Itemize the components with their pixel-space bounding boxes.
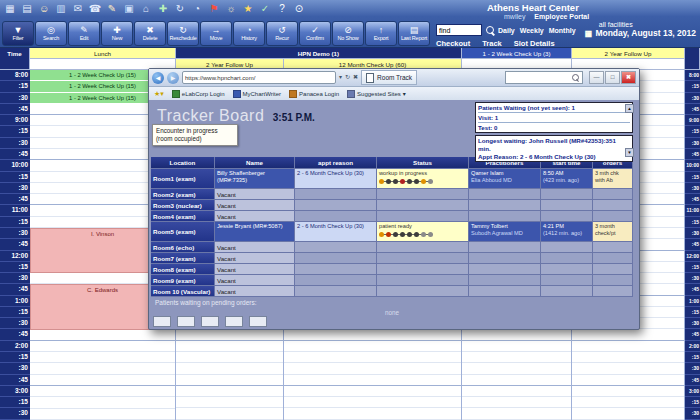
browser-search-box[interactable] bbox=[505, 71, 583, 84]
vacant-cell[interactable]: Vacant bbox=[215, 253, 295, 264]
view-monthly[interactable]: Monthly bbox=[549, 27, 576, 34]
bottom-tile[interactable] bbox=[225, 316, 243, 327]
schedule-cell[interactable] bbox=[284, 329, 461, 340]
schedule-cell[interactable] bbox=[284, 397, 461, 408]
room-cell[interactable]: Room2 (exam) bbox=[151, 189, 215, 200]
phone-icon[interactable]: ☎ bbox=[88, 2, 102, 16]
column-header-1-2wk-checkup[interactable]: 1 - 2 Week Check Up (3) bbox=[462, 48, 572, 59]
schedule-icon[interactable]: ▤ bbox=[20, 2, 34, 16]
practitioners-cell[interactable]: Tammy TolbertSubodh Agrawal MD bbox=[469, 222, 541, 242]
schedule-cell[interactable] bbox=[176, 397, 283, 408]
patient-name-cell[interactable]: Billy Shaffenberger (MR#:7335) bbox=[215, 169, 295, 189]
link-track[interactable]: Track bbox=[482, 39, 502, 48]
schedule-cell[interactable] bbox=[176, 341, 283, 352]
stop-icon[interactable]: ✖ bbox=[353, 72, 358, 83]
appt-reason-cell[interactable]: 2 - 6 Month Check Up (30) bbox=[295, 222, 377, 242]
schedule-cell[interactable] bbox=[462, 386, 571, 397]
vacant-cell[interactable]: Vacant bbox=[215, 275, 295, 286]
vacant-cell[interactable]: Vacant bbox=[215, 286, 295, 297]
patient-icon[interactable]: ☺ bbox=[37, 2, 51, 16]
status-cell[interactable]: workup in progress bbox=[377, 169, 469, 189]
favorites-star-icon[interactable]: ★▾ bbox=[154, 90, 164, 98]
room-cell[interactable]: Room6 (echo) bbox=[151, 242, 215, 253]
schedule-cell[interactable] bbox=[284, 408, 461, 419]
schedule-cell[interactable] bbox=[176, 408, 283, 419]
schedule-cell[interactable] bbox=[284, 386, 461, 397]
settings-icon[interactable]: ☼ bbox=[224, 2, 238, 16]
vacant-cell[interactable]: Vacant bbox=[215, 189, 295, 200]
scroll-down-icon[interactable]: ▼ bbox=[625, 148, 634, 157]
schedule-cell[interactable] bbox=[572, 363, 684, 374]
appt-reason-cell[interactable]: 2 - 6 Month Check Up (30) bbox=[295, 169, 377, 189]
favorite-panacea-login[interactable]: Panacea Login bbox=[289, 90, 339, 98]
last-report-button[interactable]: ▤Last Report bbox=[398, 21, 430, 46]
favorite-elabcorp-login[interactable]: eLabCorp Login bbox=[172, 90, 225, 98]
schedule-cell[interactable] bbox=[462, 408, 571, 419]
schedule-cell[interactable] bbox=[30, 341, 175, 352]
mail-icon[interactable]: ✉ bbox=[71, 2, 85, 16]
username-link[interactable]: mwiley bbox=[504, 13, 525, 20]
clock-icon[interactable]: ◔ bbox=[190, 2, 204, 16]
schedule-cell[interactable] bbox=[176, 352, 283, 363]
favorites-icon[interactable]: ★ bbox=[241, 2, 255, 16]
schedule-cell[interactable] bbox=[462, 375, 571, 386]
help-icon[interactable]: ? bbox=[275, 2, 289, 16]
forward-button[interactable]: ▶ bbox=[167, 72, 179, 84]
bottom-tile[interactable] bbox=[201, 316, 219, 327]
filter-button[interactable]: ▼Filter bbox=[2, 21, 34, 46]
schedule-cell[interactable] bbox=[30, 375, 175, 386]
no-show-button[interactable]: ⊘No Show bbox=[332, 21, 364, 46]
address-bar[interactable]: https://www.hpnchart.com/ bbox=[182, 71, 336, 84]
patient-name-cell[interactable]: Jessie Bryant (MR#:5087) bbox=[215, 222, 295, 242]
recur-button[interactable]: ↺Recur bbox=[266, 21, 298, 46]
notes-icon[interactable]: ✎ bbox=[105, 2, 119, 16]
scroll-up-icon[interactable]: ▲ bbox=[625, 104, 634, 113]
calculator-icon[interactable]: ▦ bbox=[3, 2, 17, 16]
vacant-cell[interactable]: Vacant bbox=[215, 200, 295, 211]
orders-cell[interactable]: 3 month check/pt bbox=[593, 222, 633, 242]
view-daily[interactable]: Daily bbox=[498, 27, 515, 34]
orders-cell[interactable]: 3 mth chk with Ab bbox=[593, 169, 633, 189]
refresh-icon[interactable]: ↻ bbox=[173, 2, 187, 16]
power-icon[interactable]: ⊙ bbox=[292, 2, 306, 16]
room-cell[interactable]: Room9 (exam) bbox=[151, 275, 215, 286]
calendar-icon[interactable]: ▦ bbox=[585, 29, 593, 38]
favorite-mychartwriter[interactable]: MyChartWriter bbox=[233, 90, 282, 98]
room-cell[interactable]: Room5 (exam) bbox=[151, 222, 215, 242]
schedule-cell[interactable] bbox=[30, 397, 175, 408]
room-cell[interactable]: Room4 (exam) bbox=[151, 211, 215, 222]
room-cell[interactable]: Room 10 (Vascular) bbox=[151, 286, 215, 297]
current-date[interactable]: Monday, August 13, 2012 bbox=[595, 28, 696, 38]
search-icon[interactable] bbox=[486, 26, 494, 34]
flag-icon[interactable]: ⚑ bbox=[207, 2, 221, 16]
room-cell[interactable]: Room1 (exam) bbox=[151, 169, 215, 189]
schedule-cell[interactable] bbox=[284, 341, 461, 352]
schedule-cell[interactable] bbox=[30, 330, 175, 341]
group-header-hpn-demo[interactable]: HPN Demo (1) bbox=[176, 48, 462, 59]
status-cell[interactable]: patient ready bbox=[377, 222, 469, 242]
export-button[interactable]: ↑Export bbox=[365, 21, 397, 46]
maximize-button[interactable]: □ bbox=[605, 71, 620, 84]
refresh-icon[interactable]: ↻ bbox=[345, 72, 350, 83]
back-button[interactable]: ◀ bbox=[152, 72, 164, 84]
close-button[interactable]: ✖ bbox=[621, 71, 636, 84]
vacant-cell[interactable]: Vacant bbox=[215, 242, 295, 253]
schedule-cell[interactable] bbox=[284, 363, 461, 374]
move-button[interactable]: →Move bbox=[200, 21, 232, 46]
address-dropdown-icon[interactable]: ▾ bbox=[339, 72, 342, 83]
room-cell[interactable]: Room7 (exam) bbox=[151, 253, 215, 264]
column-header-lunch[interactable]: Lunch bbox=[30, 48, 176, 59]
schedule-cell[interactable] bbox=[462, 363, 571, 374]
schedule-cell[interactable] bbox=[284, 375, 461, 386]
column-header-2yr-followup-right[interactable]: 2 Year Follow Up bbox=[572, 48, 685, 59]
schedule-cell[interactable] bbox=[30, 386, 175, 397]
link-checkout[interactable]: Checkout bbox=[436, 39, 470, 48]
reports-icon[interactable]: ▣ bbox=[122, 2, 136, 16]
tab-room-track[interactable]: Room Track bbox=[361, 70, 417, 85]
bottom-tile[interactable] bbox=[153, 316, 171, 327]
edit-button[interactable]: ✎Edit bbox=[68, 21, 100, 46]
schedule-cell[interactable] bbox=[572, 329, 684, 340]
schedule-cell[interactable] bbox=[572, 397, 684, 408]
practitioners-cell[interactable]: Qamer IslamElia Abboud MD bbox=[469, 169, 541, 189]
vacant-cell[interactable]: Vacant bbox=[215, 264, 295, 275]
